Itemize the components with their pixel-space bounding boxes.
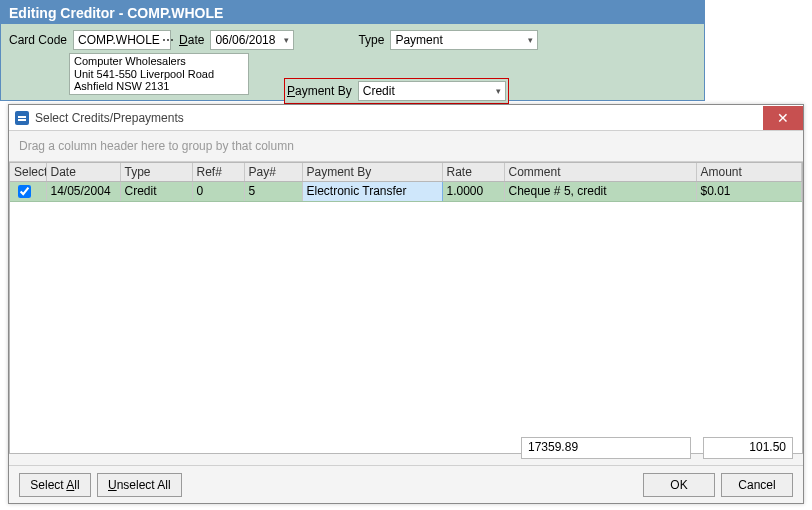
total-1: 17359.89 (521, 437, 691, 459)
payment-by-select[interactable]: Credit ▾ (358, 81, 506, 101)
card-code-label: Card Code (9, 33, 69, 47)
col-ref[interactable]: Ref# (192, 163, 244, 181)
row-rate: 1.0000 (442, 181, 504, 201)
type-select[interactable]: Payment ▾ (390, 30, 538, 50)
type-label: Type (358, 33, 386, 47)
row-ref: 0 (192, 181, 244, 201)
row-comment: Cheque # 5, credit (504, 181, 696, 201)
dialog-buttons: Select All Unselect All OK Cancel (9, 465, 803, 503)
card-code-picker-icon[interactable]: ⋯ (160, 33, 175, 47)
payment-by-group: Payment By Credit ▾ (284, 78, 509, 104)
unselect-all-button[interactable]: Unselect All (97, 473, 182, 497)
close-icon: ✕ (777, 110, 789, 126)
col-date[interactable]: Date (46, 163, 120, 181)
grid-header[interactable]: Select Date Type Ref# Pay# Payment By Ra… (10, 163, 802, 181)
total-2: 101.50 (703, 437, 793, 459)
group-hint[interactable]: Drag a column header here to group by th… (9, 131, 803, 162)
row-checkbox[interactable] (18, 185, 31, 198)
row-amount: $0.01 (696, 181, 802, 201)
col-payment-by[interactable]: Payment By (302, 163, 442, 181)
col-rate[interactable]: Rate (442, 163, 504, 181)
dialog-titlebar: Select Credits/Prepayments ✕ (9, 105, 803, 131)
close-button[interactable]: ✕ (763, 106, 803, 130)
col-comment[interactable]: Comment (504, 163, 696, 181)
row-pay: 5 (244, 181, 302, 201)
table-row[interactable]: 14/05/2004 Credit 0 5 Electronic Transfe… (10, 181, 802, 201)
row-date: 14/05/2004 (46, 181, 120, 201)
date-input[interactable]: 06/06/2018 ▾ (210, 30, 294, 50)
payment-by-label: Payment By (287, 84, 354, 98)
row-payment-by[interactable]: Electronic Transfer (302, 181, 442, 201)
chevron-down-icon[interactable]: ▾ (280, 35, 289, 45)
window-title: Editing Creditor - COMP.WHOLE (1, 1, 704, 24)
row-checkbox-cell (10, 181, 46, 201)
app-icon (15, 111, 29, 125)
col-pay[interactable]: Pay# (244, 163, 302, 181)
select-all-button[interactable]: Select All (19, 473, 91, 497)
card-code-input[interactable]: COMP.WHOLE ⋯ (73, 30, 171, 50)
row-type: Credit (120, 181, 192, 201)
chevron-down-icon[interactable]: ▾ (524, 35, 533, 45)
address-display: Computer Wholesalers Unit 541-550 Liverp… (69, 53, 249, 95)
col-select[interactable]: Select (10, 163, 46, 181)
date-label: Date (179, 33, 206, 47)
select-credits-dialog: Select Credits/Prepayments ✕ Drag a colu… (8, 104, 804, 504)
grid: Select Date Type Ref# Pay# Payment By Ra… (9, 162, 803, 454)
cancel-button[interactable]: Cancel (721, 473, 793, 497)
col-type[interactable]: Type (120, 163, 192, 181)
dialog-title: Select Credits/Prepayments (35, 111, 184, 125)
chevron-down-icon[interactable]: ▾ (492, 86, 501, 96)
col-amount[interactable]: Amount (696, 163, 802, 181)
ok-button[interactable]: OK (643, 473, 715, 497)
totals-row: 17359.89 101.50 (521, 437, 793, 459)
